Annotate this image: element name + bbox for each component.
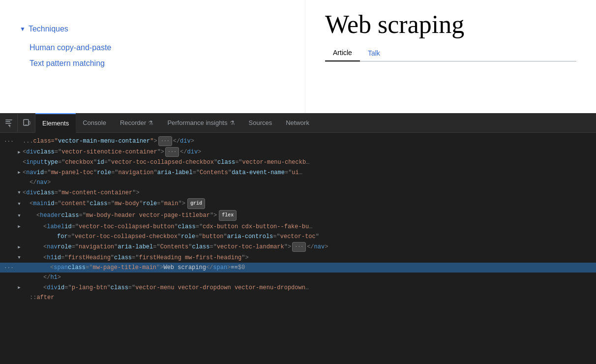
chevron-down-icon: ▼	[20, 26, 26, 32]
svg-marker-3	[8, 124, 11, 127]
tab-elements[interactable]: Elements	[35, 113, 76, 133]
article-title: Web scraping	[325, 10, 576, 39]
tab-sources[interactable]: Sources	[242, 113, 279, 133]
text-pattern-link[interactable]: Text pattern matching	[30, 59, 285, 68]
code-line-5[interactable]: </nav>	[0, 178, 596, 187]
line-dots-13: ···	[4, 263, 16, 272]
arrow-2[interactable]	[16, 148, 23, 157]
flask-icon: ⚗	[148, 120, 153, 126]
code-line-11[interactable]: <nav role="navigation" aria-label="Conte…	[0, 242, 596, 252]
svg-rect-5	[25, 124, 27, 125]
svg-rect-2	[5, 123, 11, 124]
tab-article[interactable]: Article	[325, 45, 360, 61]
tab-console[interactable]: Console	[76, 113, 113, 133]
code-line-1[interactable]: ··· ... class="vector-main-menu-containe…	[0, 136, 596, 147]
tab-recorder[interactable]: Recorder ⚗	[113, 113, 160, 133]
arrow-6[interactable]	[16, 188, 23, 197]
arrow-9[interactable]	[16, 222, 23, 231]
page-left: ▼ Techniques Human copy-and-paste Text p…	[0, 0, 305, 113]
devtools-panel: Elements Console Recorder ⚗ Performance …	[0, 113, 596, 364]
arrow-11[interactable]	[16, 243, 23, 252]
svg-rect-1	[5, 121, 10, 122]
code-line-8[interactable]: <header class="mw-body-header vector-pag…	[0, 210, 596, 221]
article-tabs: Article Talk	[325, 45, 576, 61]
ellipsis-1[interactable]: ···	[158, 136, 172, 146]
code-line-12[interactable]: <h1 id="firstHeading" class="firstHeadin…	[0, 252, 596, 263]
page-area: ▼ Techniques Human copy-and-paste Text p…	[0, 0, 596, 113]
tab-performance-insights[interactable]: Performance insights ⚗	[160, 113, 241, 133]
human-copy-paste-link[interactable]: Human copy-and-paste	[30, 43, 285, 52]
code-line-15[interactable]: <div id="p-lang-btn" class="vector-menu …	[0, 282, 596, 293]
techniques-link[interactable]: ▼ Techniques	[20, 25, 285, 33]
arrow-7[interactable]	[16, 199, 23, 209]
code-line-4[interactable]: <nav id="mw-panel-toc" role="navigation"…	[0, 167, 596, 178]
code-line-6[interactable]: <div class="mw-content-container">	[0, 187, 596, 198]
code-line-13[interactable]: ··· <span class="mw-page-title-main"> We…	[0, 263, 596, 273]
flask-icon-perf: ⚗	[230, 120, 235, 126]
code-area: ··· ... class="vector-main-menu-containe…	[0, 133, 596, 364]
svg-rect-4	[24, 120, 29, 125]
arrow-8[interactable]	[16, 211, 23, 220]
tab-network[interactable]: Network	[279, 113, 316, 133]
ellipsis-11[interactable]: ···	[292, 242, 306, 252]
code-line-2[interactable]: <div class="vector-sitenotice-container"…	[0, 147, 596, 157]
devtools-tabs: Elements Console Recorder ⚗ Performance …	[35, 113, 596, 133]
code-line-16[interactable]: ::after	[0, 293, 596, 303]
code-line-9[interactable]: <label id="vector-toc-collapsed-button" …	[0, 221, 596, 232]
code-line-14[interactable]: </h1>	[0, 273, 596, 282]
svg-rect-0	[5, 120, 12, 121]
page-right: Web scraping Article Talk	[305, 0, 596, 113]
code-line-10[interactable]: for="vector-toc-collapsed-checkbox" role…	[0, 232, 596, 242]
arrow-12[interactable]	[16, 253, 23, 262]
arrow-4[interactable]	[16, 168, 23, 177]
arrow-15[interactable]	[16, 283, 23, 292]
line-dots-1: ···	[4, 137, 16, 146]
techniques-label: Techniques	[29, 25, 68, 33]
flex-badge[interactable]: flex	[219, 210, 237, 221]
device-toggle-icon[interactable]	[18, 114, 35, 132]
code-line-3[interactable]: <input type="checkbox" id="vector-toc-co…	[0, 157, 596, 167]
inspect-element-icon[interactable]	[0, 114, 18, 132]
svg-rect-6	[29, 121, 30, 124]
ellipsis-2[interactable]: ···	[165, 147, 179, 157]
tab-talk[interactable]: Talk	[360, 45, 388, 61]
devtools-toolbar: Elements Console Recorder ⚗ Performance …	[0, 113, 596, 133]
grid-badge[interactable]: grid	[187, 198, 205, 209]
code-line-7[interactable]: <main id="content" class="mw-body" role=…	[0, 198, 596, 210]
